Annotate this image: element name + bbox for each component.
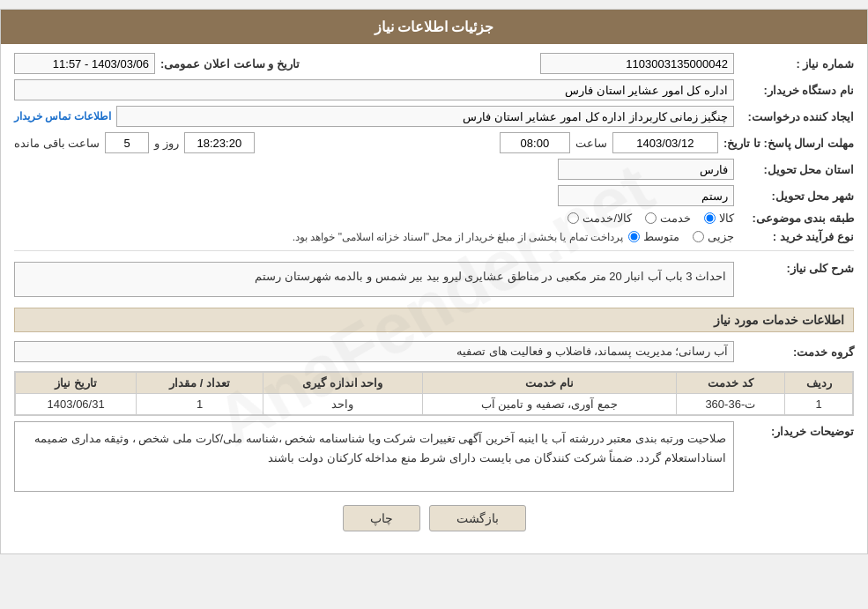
kala-label: کالا (719, 212, 734, 225)
nooe-description: پرداخت تمام یا بخشی از مبلغ خریدار از مح… (293, 231, 623, 243)
mohlat-date-input[interactable] (612, 132, 718, 153)
notes-box: صلاحیت ورتبه بندی معتبر دررشته آب یا این… (14, 421, 734, 492)
col-count: تعداد / مقدار (137, 373, 263, 394)
rooz-label: روز و (154, 137, 179, 150)
col-unit: واحد اندازه گیری (263, 373, 422, 394)
khedmat-label: خدمت (660, 212, 691, 225)
back-button[interactable]: بازگشت (429, 505, 526, 531)
mohlat-rooz-input[interactable] (105, 132, 149, 153)
col-kod: کد خدمت (676, 373, 785, 394)
mohlat-label: مهلت ارسال پاسخ: تا تاریخ: (723, 137, 854, 150)
goroh-text: آب رسانی؛ مدیریت پسماند، فاضلاب و فعالیت… (456, 345, 728, 358)
table-cell: ت-36-360 (676, 394, 785, 415)
col-radif: ردیف (785, 373, 853, 394)
table-cell: 1403/06/31 (16, 394, 137, 415)
table-cell: جمع آوری، تصفیه و تامین آب (422, 394, 676, 415)
radio-kala[interactable] (704, 212, 716, 224)
jozvi-label: جزیی (708, 230, 734, 243)
goroh-label: گروه خدمت: (739, 345, 854, 359)
saat-label: ساعت (575, 137, 607, 150)
motovaset-label: متوسط (643, 230, 679, 243)
sharh-label: شرح کلی نیاز: (739, 258, 854, 275)
ostan-input[interactable] (558, 159, 734, 180)
khadamat-header: اطلاعات خدمات مورد نیاز (14, 308, 854, 332)
ijad-label: ایجاد کننده درخواست: (739, 110, 854, 123)
sharh-text: احداث 3 باب آب انبار 20 متر مکعبی در منا… (255, 270, 726, 283)
button-row: بازگشت چاپ (14, 505, 854, 531)
table-cell: 1 (785, 394, 853, 415)
kala-khedmat-label: کالا/خدمت (582, 212, 632, 225)
goroh-box: آب رسانی؛ مدیریت پسماند، فاضلاب و فعالیت… (14, 341, 734, 362)
table-row: 1ت-36-360جمع آوری، تصفیه و تامین آبواحد1… (16, 394, 853, 415)
shahr-label: شهر محل تحویل: (739, 189, 854, 203)
ostan-label: استان محل تحویل: (739, 163, 854, 176)
tabaqe-label: طبقه بندی موضوعی: (739, 212, 854, 225)
radio-jozvi[interactable] (693, 231, 704, 242)
nam-dastgah-label: نام دستگاه خریدار: (739, 84, 854, 97)
tarikh-label: تاریخ و ساعت اعلان عمومی: (160, 57, 300, 71)
nooe-radio-group: متوسط جزیی (628, 230, 734, 243)
contact-link[interactable]: اطلاعات تماس خریدار (14, 110, 111, 123)
nam-dastgah-input[interactable] (14, 79, 734, 100)
radio-motovaset[interactable] (628, 231, 640, 242)
baki-mande-label: ساعت باقی مانده (14, 137, 100, 150)
notes-label: توضیحات خریدار: (739, 421, 854, 438)
notes-text: صلاحیت ورتبه بندی معتبر دررشته آب یا این… (34, 432, 726, 464)
print-button[interactable]: چاپ (343, 505, 420, 531)
table-cell: واحد (263, 394, 422, 415)
services-table: ردیف کد خدمت نام خدمت واحد اندازه گیری ت… (15, 372, 853, 415)
ijad-input[interactable] (116, 106, 734, 127)
tarikh-input[interactable] (14, 53, 155, 74)
shomara-input[interactable] (540, 53, 734, 74)
table-cell: 1 (137, 394, 263, 415)
col-name: نام خدمت (422, 373, 676, 394)
radio-khedmat[interactable] (645, 212, 657, 224)
shahr-input[interactable] (558, 185, 734, 206)
mohlat-saat-input[interactable] (500, 132, 570, 153)
shomara-label: شماره نیاز : (739, 57, 854, 71)
sharh-box: احداث 3 باب آب انبار 20 متر مکعبی در منا… (14, 262, 734, 297)
radio-kala-khedmat[interactable] (568, 212, 579, 224)
nooe-farayand-label: نوع فرآیند خرید : (739, 230, 854, 243)
services-table-container: ردیف کد خدمت نام خدمت واحد اندازه گیری ت… (14, 371, 854, 416)
mohlat-counter-input[interactable] (184, 132, 255, 153)
tabaqe-radio-group: کالا/خدمت خدمت کالا (568, 212, 734, 225)
col-date: تاریخ نیاز (16, 373, 137, 394)
page-title: جزئیات اطلاعات نیاز (1, 10, 867, 44)
